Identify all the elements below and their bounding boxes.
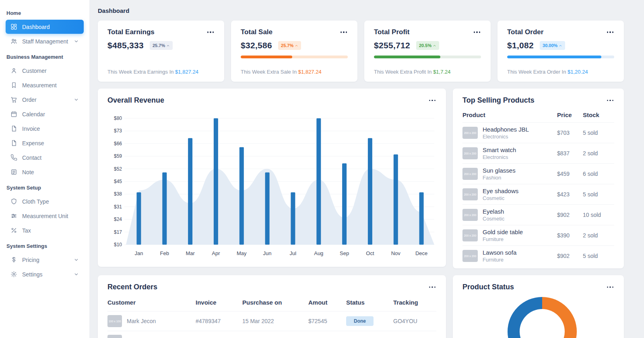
stat-value: $1,082 [507, 41, 534, 50]
svg-text:$38: $38 [114, 191, 122, 197]
sidebar-item-label: Measurement Unit [22, 213, 68, 219]
chevron-down-icon [74, 257, 79, 262]
sidebar-item-label: Calendar [22, 111, 45, 117]
product-row[interactable]: 200 x 200 Lawson sofa Furniture $902 5 s… [462, 245, 614, 266]
sidebar-item-note[interactable]: Note [6, 165, 84, 179]
ellipsis-menu-icon[interactable] [606, 29, 615, 35]
sidebar-item-order[interactable]: Order [6, 93, 84, 107]
stats-row: Total Earnings $485,333 25.7% This Week … [98, 21, 624, 82]
orders-body: 100 x 100 Mark Jecon #4789347 15 Mar 202… [107, 311, 436, 338]
sidebar-item-pricing[interactable]: Pricing [6, 253, 84, 267]
revenue-card-title: Overall Revenue [107, 96, 164, 105]
product-category: Electronics [483, 134, 529, 140]
recent-orders-card: Recent Orders Customer Invoice Pusrchase… [98, 275, 446, 338]
order-row[interactable]: 100 x 100 Mark Jecon #4789347 15 Mar 202… [107, 311, 436, 331]
stat-badge: 30.00% [540, 41, 565, 50]
column-amount: Amout [308, 299, 346, 306]
percent-icon [10, 227, 17, 234]
product-row[interactable]: 200 x 200 Eye shadows Cosmetic $423 5 so… [462, 184, 614, 204]
product-status-card: Product Status [453, 275, 624, 338]
svg-text:$52: $52 [114, 166, 122, 172]
revenue-bar [342, 163, 347, 245]
product-name: Eyelash [483, 208, 504, 215]
sidebar-item-tax[interactable]: Tax [6, 223, 84, 237]
order-row[interactable]: 100 x 100 [107, 331, 436, 338]
cart-icon [10, 96, 17, 103]
sidebar-item-dashboard[interactable]: Dashboard [6, 20, 84, 34]
stat-card-total-sale: Total Sale $32,586 25.7% This Week Extra… [231, 21, 357, 82]
stat-value: $255,712 [374, 41, 410, 50]
revenue-bar [419, 192, 424, 245]
product-thumbnail: 200 x 200 [462, 127, 478, 139]
svg-text:Apr: Apr [212, 250, 220, 256]
ellipsis-menu-icon[interactable] [428, 284, 437, 290]
stat-note: This Week Extra Earnings In $1,827.24 [107, 69, 198, 75]
product-row[interactable]: 200 x 200 Smart watch Electronics $837 2… [462, 143, 614, 163]
sidebar-item-label: Pricing [22, 257, 39, 263]
sidebar-item-cloth-type[interactable]: Cloth Type [6, 194, 84, 208]
recent-orders-title: Recent Orders [107, 283, 157, 291]
stat-badge: 20.5% [416, 41, 439, 50]
column-price: Price [557, 111, 583, 118]
product-row[interactable]: 200 x 200 Gold side table Furniture $390… [462, 225, 614, 245]
ellipsis-menu-icon[interactable] [606, 98, 615, 103]
column-invoice: Invoice [196, 299, 242, 306]
sidebar-item-settings[interactable]: Settings [6, 267, 84, 281]
sidebar-item-staff-management[interactable]: Staff Management [6, 34, 84, 48]
ellipsis-menu-icon[interactable] [428, 98, 437, 103]
revenue-chart: $80$73$66$59$52$45$38$31$24$17$10JanFebM… [107, 109, 436, 260]
sidebar-section-label: Home [0, 5, 89, 19]
svg-text:Jul: Jul [290, 250, 297, 256]
svg-text:Dece: Dece [415, 250, 427, 256]
product-stock: 5 sold [583, 130, 614, 136]
product-row[interactable]: 200 x 200 Headphones JBL Electronics $70… [462, 122, 614, 143]
chevron-down-icon [74, 39, 79, 44]
sidebar-item-calendar[interactable]: Calendar [6, 107, 84, 121]
product-row[interactable]: 200 x 200 Eyelash Cosmetic $902 10 sold [462, 204, 614, 225]
product-stock: 6 sold [583, 171, 614, 177]
sidebar-item-customer[interactable]: Customer [6, 64, 84, 78]
sidebar-item-invoice[interactable]: Invoice [6, 122, 84, 136]
svg-text:Feb: Feb [160, 250, 169, 256]
stat-note: This Week Extra Order In $1,20.24 [507, 69, 588, 75]
gear-icon [10, 271, 17, 278]
customer-name: Mark Jecon [127, 318, 156, 324]
svg-text:$80: $80 [114, 115, 122, 121]
product-price: $902 [557, 253, 583, 259]
product-stock: 10 sold [583, 212, 614, 218]
phone-icon [10, 154, 17, 161]
sidebar-item-label: Expense [22, 140, 44, 146]
ellipsis-menu-icon[interactable] [606, 284, 615, 290]
ellipsis-menu-icon[interactable] [206, 29, 215, 35]
svg-text:Jan: Jan [134, 250, 143, 256]
revenue-bar [188, 138, 192, 245]
column-status: Status [346, 299, 393, 306]
chevron-up-icon [433, 44, 436, 47]
svg-text:$24: $24 [114, 216, 122, 222]
ellipsis-menu-icon[interactable] [473, 29, 481, 35]
revenue-bar [265, 173, 270, 245]
product-thumbnail: 200 x 200 [462, 168, 478, 180]
product-category: Furniture [483, 236, 523, 242]
sidebar-item-measurement-unit[interactable]: Measurement Unit [6, 209, 84, 223]
ellipsis-menu-icon[interactable] [340, 29, 348, 35]
sidebar-section-label: System Settings [0, 238, 89, 252]
chevron-down-icon [74, 97, 79, 102]
product-stock: 2 sold [583, 232, 614, 239]
sidebar-section-label: Business Management [0, 49, 89, 63]
customer-avatar: 100 x 100 [107, 335, 122, 338]
sidebar-item-expense[interactable]: Expense [6, 136, 84, 150]
donut-hole [520, 309, 565, 338]
sidebar-item-measurement[interactable]: Measurement [6, 78, 84, 92]
product-thumbnail: 200 x 200 [462, 229, 478, 241]
sliders-icon [10, 212, 17, 219]
revenue-area-series [126, 169, 434, 245]
product-category: Furniture [483, 257, 516, 263]
stat-badge: 25.7% [150, 41, 173, 50]
product-name: Eye shadows [483, 188, 518, 194]
product-row[interactable]: 200 x 200 Sun glasses Fashion $459 6 sol… [462, 163, 614, 184]
svg-text:Jun: Jun [263, 250, 272, 256]
order-status-badge: Done [346, 316, 374, 326]
order-invoice: #4789347 [196, 318, 242, 324]
sidebar-item-contact[interactable]: Contact [6, 150, 84, 165]
